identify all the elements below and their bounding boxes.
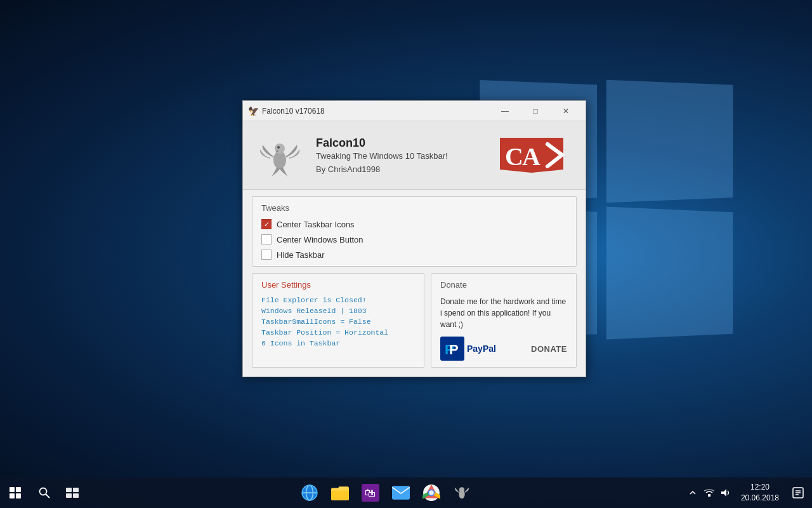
tweaks-label: Tweaks [261, 203, 567, 213]
desktop: 🦅 Falcon10 v170618 — □ ✕ [0, 0, 812, 508]
app-bird-logo [256, 131, 303, 179]
paypal-text: PayPal [467, 344, 496, 354]
systray-hidden-icons[interactable] [685, 478, 700, 508]
ca-logo-container: CA [490, 133, 573, 178]
app-header: Falcon10 Tweaking The Windows 10 Taskbar… [243, 121, 586, 190]
store-icon: 🛍 [362, 484, 379, 502]
app-subtitle: Tweaking The Windows 10 Taskbar! [316, 151, 490, 161]
falcon-taskbar-icon [453, 484, 471, 502]
svg-point-0 [273, 151, 286, 169]
start-button[interactable] [0, 478, 30, 508]
settings-line-4: Taskbar Position = Horizontal [261, 328, 415, 337]
donate-bottom: P P PayPal DONATE [440, 337, 567, 361]
systray-volume[interactable] [718, 478, 733, 508]
tweak-label-2: Center Windows Button [277, 235, 363, 244]
svg-point-2 [277, 146, 280, 149]
svg-rect-12 [73, 493, 79, 498]
tweak-center-taskbar-icons[interactable]: ✓ Center Taskbar Icons [261, 219, 567, 229]
checkbox-hide-taskbar[interactable] [261, 250, 272, 260]
close-button[interactable]: ✕ [551, 101, 580, 121]
donate-section: Donate Donate me for the hardwork and ti… [431, 273, 577, 368]
clock-date: 20.06.2018 [741, 493, 779, 504]
maximize-button[interactable]: □ [521, 101, 550, 121]
taskbar-icon-falcon10[interactable] [448, 478, 476, 508]
search-icon [39, 487, 50, 498]
app-header-text: Falcon10 Tweaking The Windows 10 Taskbar… [316, 137, 490, 174]
svg-rect-26 [708, 494, 710, 497]
notification-center[interactable] [784, 478, 812, 508]
taskbar-icon-mail[interactable] [387, 478, 415, 508]
app-name: Falcon10 [316, 137, 490, 150]
svg-rect-19 [392, 486, 410, 500]
mail-icon [392, 484, 410, 502]
donate-label: Donate [440, 280, 567, 290]
taskbar-icon-file-explorer[interactable] [326, 478, 354, 508]
ca-logo: CA [494, 135, 570, 176]
task-view-icon [66, 488, 79, 498]
donate-text: Donate me for the hardwork and time i sp… [440, 296, 567, 330]
bottom-sections: User Settings File Explorer is Closed! W… [252, 273, 577, 368]
svg-rect-9 [66, 488, 72, 492]
paypal-icon: P P [440, 337, 464, 361]
svg-point-23 [429, 490, 434, 495]
search-button[interactable] [30, 478, 58, 508]
taskbar-pinned-icons: 🛍 [86, 478, 685, 508]
window-titlebar: 🦅 Falcon10 v170618 — □ ✕ [243, 101, 586, 121]
tweak-center-windows-button[interactable]: Center Windows Button [261, 234, 567, 244]
svg-text:🛍: 🛍 [365, 486, 376, 499]
tweak-label-3: Hide Taskbar [277, 250, 325, 260]
clock-time: 12:20 [750, 482, 769, 493]
checkbox-center-windows-button[interactable] [261, 234, 272, 244]
svg-line-8 [46, 494, 49, 498]
window-controls: — □ ✕ [490, 101, 580, 121]
user-settings-label: User Settings [261, 280, 415, 290]
chevron-up-icon [690, 490, 696, 496]
falcon-icon [258, 133, 302, 178]
minimize-button[interactable]: — [490, 101, 520, 121]
taskbar-icon-ie[interactable] [296, 478, 324, 508]
network-icon [704, 489, 714, 497]
start-icon [10, 487, 21, 498]
donate-button[interactable]: DONATE [531, 344, 567, 354]
chrome-icon [422, 484, 440, 502]
taskbar: 🛍 [0, 478, 812, 508]
checkbox-center-taskbar-icons[interactable]: ✓ [261, 219, 272, 229]
paypal-logo[interactable]: P P PayPal [440, 337, 496, 361]
volume-icon [721, 488, 731, 497]
svg-rect-11 [66, 493, 72, 498]
taskbar-clock[interactable]: 12:20 20.06.2018 [736, 478, 784, 508]
app-window: 🦅 Falcon10 v170618 — □ ✕ [242, 100, 586, 377]
settings-line-3: TaskbarSmallIcons = False [261, 318, 415, 326]
tweak-label-1: Center Taskbar Icons [277, 220, 355, 229]
svg-text:P: P [449, 342, 459, 358]
window-title-text: Falcon10 v170618 [262, 107, 490, 116]
svg-point-7 [40, 488, 47, 495]
notification-icon [792, 487, 804, 498]
taskbar-icon-store[interactable]: 🛍 [357, 478, 384, 508]
window-content: Falcon10 Tweaking The Windows 10 Taskbar… [243, 121, 586, 368]
folder-icon [331, 484, 349, 502]
svg-point-25 [459, 487, 464, 492]
settings-line-2: Windows ReleaseId | 1803 [261, 307, 415, 315]
svg-text:CA: CA [505, 142, 540, 171]
taskbar-icon-chrome[interactable] [417, 478, 445, 508]
app-title-icon: 🦅 [248, 106, 258, 116]
settings-line-5: 6 Icons in Taskbar [261, 339, 415, 347]
systray-network[interactable] [702, 478, 717, 508]
settings-line-1: File Explorer is Closed! [261, 296, 415, 304]
check-mark-1: ✓ [264, 221, 270, 228]
user-settings-section: User Settings File Explorer is Closed! W… [252, 273, 424, 368]
app-author: By ChrisAnd1998 [316, 164, 490, 174]
system-tray [685, 478, 736, 508]
ie-icon [301, 484, 318, 502]
tweak-hide-taskbar[interactable]: Hide Taskbar [261, 250, 567, 260]
tweaks-section: Tweaks ✓ Center Taskbar Icons Center Win… [252, 196, 577, 267]
svg-rect-10 [73, 488, 79, 492]
task-view-button[interactable] [58, 478, 86, 508]
